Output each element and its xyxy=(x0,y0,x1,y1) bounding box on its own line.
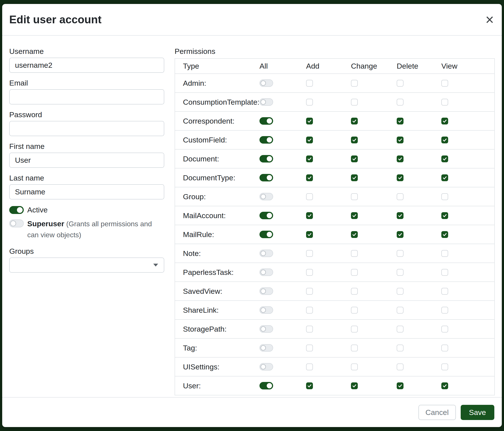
checkbox-view[interactable] xyxy=(441,382,448,389)
checkbox-delete[interactable] xyxy=(397,174,404,181)
checkbox-change[interactable] xyxy=(351,99,358,106)
checkbox-view[interactable] xyxy=(441,345,448,351)
checkbox-add[interactable] xyxy=(306,174,313,181)
toggle-all[interactable] xyxy=(260,193,273,200)
cancel-button[interactable]: Cancel xyxy=(418,405,456,420)
checkbox-change[interactable] xyxy=(351,250,358,257)
checkbox-view[interactable] xyxy=(441,155,448,162)
password-field[interactable] xyxy=(9,121,164,136)
toggle-all[interactable] xyxy=(260,117,273,125)
checkbox-delete[interactable] xyxy=(397,307,404,314)
checkbox-add[interactable] xyxy=(306,269,313,276)
groups-select[interactable] xyxy=(9,258,164,273)
checkbox-delete[interactable] xyxy=(397,155,404,162)
checkbox-change[interactable] xyxy=(351,288,358,295)
permission-type-label: ShareLink: xyxy=(183,306,219,314)
checkbox-view[interactable] xyxy=(441,80,448,87)
checkbox-delete[interactable] xyxy=(397,382,404,389)
checkbox-change[interactable] xyxy=(351,174,358,181)
checkbox-view[interactable] xyxy=(441,212,448,219)
checkbox-add[interactable] xyxy=(306,345,313,351)
checkbox-add[interactable] xyxy=(306,307,313,314)
permission-row: Group: xyxy=(175,187,495,206)
toggle-all[interactable] xyxy=(260,269,273,276)
active-toggle[interactable] xyxy=(9,206,24,214)
checkbox-delete[interactable] xyxy=(397,136,404,143)
checkbox-add[interactable] xyxy=(306,80,313,87)
toggle-all[interactable] xyxy=(260,212,273,219)
close-icon[interactable]: × xyxy=(485,12,494,27)
checkbox-change[interactable] xyxy=(351,326,358,332)
checkbox-view[interactable] xyxy=(441,231,448,238)
checkbox-add[interactable] xyxy=(306,118,313,125)
checkbox-add[interactable] xyxy=(306,155,313,162)
toggle-all[interactable] xyxy=(260,79,273,87)
checkbox-add[interactable] xyxy=(306,212,313,219)
toggle-all[interactable] xyxy=(260,306,273,314)
checkbox-add[interactable] xyxy=(306,382,313,389)
toggle-all[interactable] xyxy=(260,174,273,181)
checkbox-view[interactable] xyxy=(441,118,448,125)
superuser-toggle[interactable] xyxy=(9,219,24,227)
checkbox-delete[interactable] xyxy=(397,80,404,87)
save-button[interactable]: Save xyxy=(461,405,495,420)
checkbox-delete[interactable] xyxy=(397,99,404,106)
checkbox-change[interactable] xyxy=(351,269,358,276)
checkbox-add[interactable] xyxy=(306,326,313,332)
checkbox-view[interactable] xyxy=(441,288,448,295)
toggle-all[interactable] xyxy=(260,325,273,333)
checkbox-change[interactable] xyxy=(351,118,358,125)
checkbox-view[interactable] xyxy=(441,363,448,370)
checkbox-delete[interactable] xyxy=(397,345,404,351)
checkbox-delete[interactable] xyxy=(397,193,404,200)
first-name-field[interactable] xyxy=(9,153,164,168)
toggle-all[interactable] xyxy=(260,250,273,257)
checkbox-change[interactable] xyxy=(351,231,358,238)
checkbox-view[interactable] xyxy=(441,193,448,200)
checkbox-delete[interactable] xyxy=(397,269,404,276)
username-field[interactable] xyxy=(9,58,164,73)
checkbox-change[interactable] xyxy=(351,155,358,162)
last-name-field[interactable] xyxy=(9,184,164,199)
checkbox-add[interactable] xyxy=(306,363,313,370)
checkbox-delete[interactable] xyxy=(397,326,404,332)
toggle-all[interactable] xyxy=(260,155,273,162)
toggle-all[interactable] xyxy=(260,231,273,238)
checkbox-view[interactable] xyxy=(441,136,448,143)
checkbox-delete[interactable] xyxy=(397,212,404,219)
checkbox-change[interactable] xyxy=(351,345,358,351)
checkbox-view[interactable] xyxy=(441,326,448,332)
checkbox-view[interactable] xyxy=(441,250,448,257)
checkbox-view[interactable] xyxy=(441,269,448,276)
permission-type-label: Document: xyxy=(183,155,219,163)
checkbox-delete[interactable] xyxy=(397,288,404,295)
checkbox-add[interactable] xyxy=(306,99,313,106)
checkbox-view[interactable] xyxy=(441,307,448,314)
checkbox-add[interactable] xyxy=(306,231,313,238)
checkbox-delete[interactable] xyxy=(397,363,404,370)
checkbox-change[interactable] xyxy=(351,307,358,314)
checkbox-delete[interactable] xyxy=(397,250,404,257)
email-field[interactable] xyxy=(9,89,164,104)
toggle-all[interactable] xyxy=(260,287,273,295)
toggle-all[interactable] xyxy=(260,136,273,144)
checkbox-change[interactable] xyxy=(351,193,358,200)
checkbox-delete[interactable] xyxy=(397,231,404,238)
toggle-all[interactable] xyxy=(260,363,273,370)
checkbox-add[interactable] xyxy=(306,193,313,200)
toggle-all[interactable] xyxy=(260,98,273,106)
checkbox-change[interactable] xyxy=(351,382,358,389)
permission-row: Tag: xyxy=(175,338,495,357)
toggle-all[interactable] xyxy=(260,382,273,389)
checkbox-view[interactable] xyxy=(441,99,448,106)
checkbox-change[interactable] xyxy=(351,80,358,87)
checkbox-change[interactable] xyxy=(351,136,358,143)
checkbox-add[interactable] xyxy=(306,136,313,143)
checkbox-add[interactable] xyxy=(306,288,313,295)
checkbox-view[interactable] xyxy=(441,174,448,181)
checkbox-change[interactable] xyxy=(351,212,358,219)
checkbox-change[interactable] xyxy=(351,363,358,370)
checkbox-delete[interactable] xyxy=(397,118,404,125)
checkbox-add[interactable] xyxy=(306,250,313,257)
toggle-all[interactable] xyxy=(260,344,273,352)
